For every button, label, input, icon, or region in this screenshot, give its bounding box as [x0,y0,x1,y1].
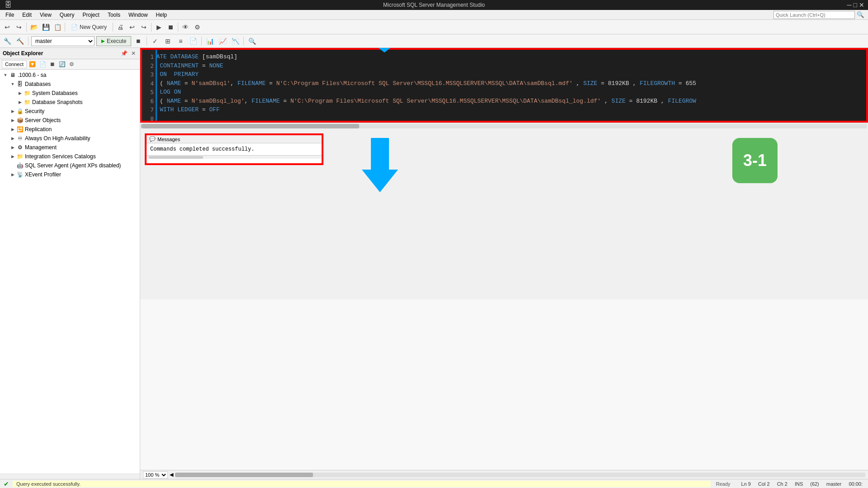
stop-btn[interactable]: ⏹ [165,22,176,33]
tree-item-databases[interactable]: ▼ 🗄 Databases [0,80,140,89]
oe-horizontal-scroll[interactable] [0,474,140,479]
lower-editor-area [140,299,868,470]
connect-button[interactable]: Connect [2,60,27,68]
results-scrollbar-thumb [149,156,203,159]
tree-item-always-on[interactable]: ▶ ♾ Always On High Availability [0,134,140,143]
middle-area: 💬 Messages Commands completed successful… [140,129,868,299]
server-objects-expander: ▶ [9,117,16,124]
quick-launch-search-icon[interactable]: 🔍 [857,11,864,19]
title-bar: 🗄 Microsoft SQL Server Management Studio… [0,0,868,10]
tree-item-sql-agent[interactable]: 🤖 SQL Server Agent (Agent XPs disabled) [0,161,140,170]
code-editor[interactable]: 123456789 CREATE DATABASE [samDBsql] CON… [140,48,868,123]
tree-item-replication[interactable]: ▶ 🔁 Replication [0,125,140,134]
security-expander: ▶ [9,108,16,115]
parse-btn[interactable]: ✓ [150,36,161,47]
save-btn[interactable]: 💾 [40,22,51,33]
oe-stop-btn[interactable]: ⏹ [48,61,57,68]
estimated-plan-btn[interactable]: 📊 [204,36,215,47]
tree-item-db-snapshots[interactable]: ▶ 📁 Database Snapshots [0,98,140,107]
tree-item-server[interactable]: ▼ 🖥 .1000.6 - sa [0,71,140,80]
results-grid-btn[interactable]: ⊞ [162,36,173,47]
replication-expander: ▶ [9,126,16,133]
security-icon: 🔒 [16,108,24,115]
execute-button[interactable]: ▶ Execute [96,36,131,46]
menu-window[interactable]: Window [125,11,152,19]
always-on-label: Always On High Availability [25,135,90,142]
forward-btn[interactable]: ↪ [14,22,24,33]
tree-item-security[interactable]: ▶ 🔒 Security [0,107,140,116]
menu-query[interactable]: Query [56,11,78,19]
replication-icon: 🔁 [16,126,24,133]
actual-plan-btn[interactable]: 📈 [217,36,228,47]
find-btn[interactable]: 🔍 [247,36,257,47]
db-snapshots-icon: 📁 [24,99,31,106]
results-scroll-left-btn[interactable]: ◀ [170,472,173,478]
menu-view[interactable]: View [36,11,55,19]
step-badge: 3-1 [732,138,778,183]
object-explorer-panel: Object Explorer 📌 ✕ Connect 🔽 📄 ⏹ 🔄 ⚙ ▼ … [0,48,140,479]
sep3 [113,23,113,32]
results-file-btn[interactable]: 📄 [188,36,199,47]
oe-close-btn[interactable]: ✕ [130,50,137,57]
editor-area: 123456789 CREATE DATABASE [samDBsql] CON… [140,48,868,479]
server-objects-label: Server Objects [25,117,61,123]
agent-label: SQL Server Agent (Agent XPs disabled) [25,162,121,169]
new-query-button[interactable]: 📄 New Query [67,22,111,32]
replication-label: Replication [25,126,52,133]
menu-edit[interactable]: Edit [19,11,35,19]
properties-btn[interactable]: ⚙ [192,22,203,33]
security-label: Security [25,108,44,114]
tree-item-xevent-profiler[interactable]: ▶ 📡 XEvent Profiler [0,170,140,179]
menu-bar: File Edit View Query Project Tools Windo… [0,10,868,20]
debug-btn[interactable]: ▶ [153,22,164,33]
stop-exec-btn[interactable]: ⏹ [133,36,144,47]
database-dropdown[interactable]: master [31,36,95,46]
oe-refresh-btn[interactable]: 🔄 [57,61,67,68]
menu-file[interactable]: File [2,11,18,19]
code-editor-hscroll[interactable] [140,123,868,129]
window-close[interactable]: ✕ [859,1,864,9]
results-panel: 💬 Messages Commands completed successful… [145,133,323,165]
results-scrollbar[interactable] [147,155,322,159]
save-all-btn[interactable]: 📋 [52,22,63,33]
sep2 [65,23,65,32]
oe-new-query-btn[interactable]: 📄 [38,61,47,68]
open-btn[interactable]: 📂 [28,22,39,33]
new-query-icon: 📄 [71,24,78,30]
window-maximize[interactable]: □ [854,1,857,9]
oe-pin-btn[interactable]: 📌 [119,50,129,57]
back-btn[interactable]: ↩ [2,22,13,33]
tree-item-system-databases[interactable]: ▶ 📁 System Databases [0,89,140,98]
sql-sep2 [147,37,147,46]
tree-item-integration-services[interactable]: ▶ 📁 Integration Services Catalogs [0,152,140,161]
results-hscrollbar[interactable] [175,473,865,477]
results-zoom-dropdown[interactable]: 100 % [143,471,168,479]
menu-project[interactable]: Project [79,11,103,19]
menu-tools[interactable]: Tools [104,11,124,19]
tree-item-management[interactable]: ▶ ⚙ Management [0,143,140,152]
client-stats-btn[interactable]: 📉 [230,36,241,47]
execute-play-icon: ▶ [101,38,105,43]
tree-item-server-objects[interactable]: ▶ 📦 Server Objects [0,116,140,125]
main-toolbar: ↩ ↪ 📂 💾 📋 📄 New Query 🖨 ↩ ↪ ▶ ⏹ 👁 ⚙ [0,20,868,34]
oe-header: Object Explorer 📌 ✕ [0,48,140,59]
status-bar: ✔ Query executed successfully. Ready Ln … [0,479,868,488]
undo-btn[interactable]: ↩ [127,22,138,33]
sep4 [151,23,152,32]
sql-toolbar-btn2[interactable]: 🔨 [14,36,25,47]
results-text-btn[interactable]: ≡ [175,36,186,47]
oe-filter-btn[interactable]: 🔽 [28,61,37,68]
management-icon: ⚙ [16,144,24,151]
window-minimize[interactable]: ─ [847,1,852,9]
integration-expander: ▶ [9,153,16,160]
oe-properties-btn[interactable]: ⚙ [68,61,76,68]
add-watch-btn[interactable]: 👁 [180,22,191,33]
oe-tree-content: ▼ 🖥 .1000.6 - sa ▼ 🗄 Databases ▶ 📁 Syste… [0,70,140,474]
print-btn[interactable]: 🖨 [115,22,126,33]
status-row-info: (62) [810,481,819,487]
redo-btn[interactable]: ↪ [138,22,149,33]
results-footer: 100 % ◀ [140,470,868,479]
quick-launch-input[interactable] [773,11,855,19]
sql-toolbar-btn1[interactable]: 🔧 [2,36,13,47]
menu-help[interactable]: Help [152,11,171,19]
